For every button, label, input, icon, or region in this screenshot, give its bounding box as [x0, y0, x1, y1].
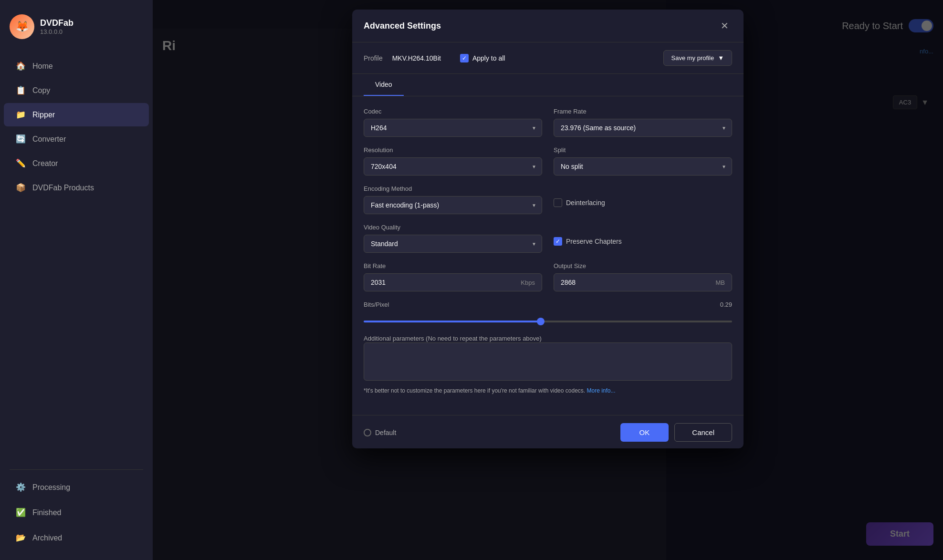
- sidebar-item-processing[interactable]: ⚙️ Processing: [4, 476, 149, 499]
- apply-all-checkbox-group: ✓ Apply to all: [460, 54, 505, 62]
- main-content: 🖥 ☰ — □ ✕ Ri nfo... Ready to Start AC3 ▼…: [153, 0, 943, 560]
- encoding-select-wrapper: Fast encoding (1-pass) High quality (2-p…: [364, 196, 542, 214]
- default-label: Default: [375, 429, 396, 436]
- profile-bar: Profile MKV.H264.10Bit ✓ Apply to all Sa…: [352, 42, 744, 74]
- quality-preserve-row: Video Quality Standard High Low: [364, 224, 732, 253]
- sidebar-item-label-home: Home: [32, 62, 53, 71]
- app-logo-icon: 🦊: [10, 14, 34, 39]
- apply-all-checkbox[interactable]: ✓: [460, 54, 469, 62]
- sidebar-item-label-ripper: Ripper: [32, 111, 55, 119]
- sidebar-divider: [10, 469, 143, 470]
- sidebar-item-creator[interactable]: ✏️ Creator: [4, 152, 149, 175]
- frame-rate-group: Frame Rate 23.976 (Same as source) 24 25…: [554, 108, 732, 137]
- apply-all-label: Apply to all: [472, 54, 505, 62]
- save-profile-button[interactable]: Save my profile ▼: [663, 50, 732, 66]
- profile-name: MKV.H264.10Bit: [392, 54, 441, 62]
- profile-label: Profile: [364, 54, 383, 62]
- sidebar: 🦊 DVDFab 13.0.0.0 🏠 Home 📋 Copy 📁 Ripper…: [0, 0, 153, 560]
- chevron-down-icon-save: ▼: [718, 54, 724, 62]
- split-group: Split No split By size By time: [554, 146, 732, 176]
- resolution-select-wrapper: 720x404 1280x720 1920x1080: [364, 157, 542, 176]
- warning-text: *It's better not to customize the parame…: [364, 387, 585, 394]
- creator-icon: ✏️: [15, 158, 26, 168]
- sidebar-item-home[interactable]: 🏠 Home: [4, 54, 149, 78]
- advanced-settings-dialog: Advanced Settings ✕ Profile MKV.H264.10B…: [352, 10, 744, 448]
- output-size-group: Output Size MB: [554, 262, 732, 291]
- output-size-input[interactable]: [554, 274, 709, 291]
- codec-select[interactable]: H264 H265 MPEG4: [364, 119, 542, 137]
- sidebar-item-label-dvdfab: DVDFab Products: [32, 184, 94, 192]
- archived-icon: 📂: [15, 533, 26, 543]
- codec-label: Codec: [364, 108, 542, 115]
- deinterlacing-checkbox[interactable]: [554, 198, 562, 207]
- frame-rate-select[interactable]: 23.976 (Same as source) 24 25 29.97: [554, 119, 732, 137]
- video-quality-label: Video Quality: [364, 224, 542, 231]
- dialog-header: Advanced Settings ✕: [352, 10, 744, 42]
- app-name: DVDFab: [40, 18, 73, 28]
- bits-pixel-row: Bits/Pixel 0.29: [364, 301, 732, 324]
- dialog-body: Codec H264 H265 MPEG4 Frame Rate: [352, 96, 744, 415]
- save-profile-label: Save my profile: [671, 54, 714, 62]
- sidebar-item-archived[interactable]: 📂 Archived: [4, 526, 149, 550]
- sidebar-item-ripper[interactable]: 📁 Ripper: [4, 103, 149, 126]
- slider-label-row: Bits/Pixel 0.29: [364, 301, 732, 312]
- modal-overlay: Advanced Settings ✕ Profile MKV.H264.10B…: [153, 0, 943, 560]
- converter-icon: 🔄: [15, 134, 26, 144]
- resolution-label: Resolution: [364, 146, 542, 154]
- warning-text-area: *It's better not to customize the parame…: [364, 387, 732, 394]
- footer-action-buttons: OK Cancel: [620, 423, 732, 442]
- split-select[interactable]: No split By size By time: [554, 157, 732, 176]
- preserve-chapters-checkbox[interactable]: ✓: [554, 237, 562, 246]
- frame-rate-label: Frame Rate: [554, 108, 732, 115]
- split-select-wrapper: No split By size By time: [554, 157, 732, 176]
- copy-icon: 📋: [15, 85, 26, 95]
- dialog-title: Advanced Settings: [364, 21, 441, 31]
- split-label: Split: [554, 146, 732, 154]
- more-info-link-dialog[interactable]: More info...: [587, 387, 615, 394]
- logo-area: 🦊 DVDFab 13.0.0.0: [0, 10, 153, 53]
- sidebar-item-label-creator: Creator: [32, 159, 58, 168]
- codec-select-wrapper: H264 H265 MPEG4: [364, 119, 542, 137]
- bit-rate-unit: Kbps: [514, 274, 542, 291]
- processing-icon: ⚙️: [15, 482, 26, 492]
- sidebar-item-converter[interactable]: 🔄 Converter: [4, 127, 149, 151]
- preserve-chapters-group: ✓ Preserve Chapters: [554, 224, 732, 253]
- resolution-select[interactable]: 720x404 1280x720 1920x1080: [364, 157, 542, 176]
- sidebar-item-label-copy: Copy: [32, 86, 50, 95]
- bit-rate-input[interactable]: [364, 274, 514, 291]
- dvdfab-products-icon: 📦: [15, 183, 26, 193]
- logo-text: DVDFab 13.0.0.0: [40, 18, 73, 35]
- encoding-select[interactable]: Fast encoding (1-pass) High quality (2-p…: [364, 196, 542, 214]
- dialog-close-button[interactable]: ✕: [717, 18, 732, 33]
- output-size-unit: MB: [709, 274, 732, 291]
- video-quality-group: Video Quality Standard High Low: [364, 224, 542, 253]
- bits-pixel-slider[interactable]: [364, 321, 732, 322]
- deinterlacing-label: Deinterlacing: [566, 199, 605, 207]
- sidebar-nav: 🏠 Home 📋 Copy 📁 Ripper 🔄 Converter ✏️ Cr…: [0, 53, 153, 465]
- app-version: 13.0.0.0: [40, 28, 73, 35]
- additional-params-textarea[interactable]: [364, 342, 732, 381]
- encoding-method-label: Encoding Method: [364, 185, 542, 192]
- output-size-label: Output Size: [554, 262, 732, 270]
- sidebar-item-label-processing: Processing: [32, 483, 70, 492]
- finished-icon: ✅: [15, 508, 26, 518]
- sidebar-item-finished[interactable]: ✅ Finished: [4, 501, 149, 524]
- default-radio-icon: [364, 429, 371, 436]
- sidebar-item-dvdfab-products[interactable]: 📦 DVDFab Products: [4, 176, 149, 199]
- sidebar-item-label-finished: Finished: [32, 508, 61, 517]
- default-button[interactable]: Default: [364, 429, 396, 436]
- ok-button[interactable]: OK: [620, 423, 669, 442]
- bits-pixel-label: Bits/Pixel: [364, 301, 389, 308]
- encoding-method-group: Encoding Method Fast encoding (1-pass) H…: [364, 185, 542, 214]
- bits-pixel-value: 0.29: [720, 301, 732, 312]
- codec-group: Codec H264 H265 MPEG4: [364, 108, 542, 137]
- codec-framerate-row: Codec H264 H265 MPEG4 Frame Rate: [364, 108, 732, 137]
- additional-params-label: Additional parameters (No need to repeat…: [364, 335, 542, 342]
- quality-select[interactable]: Standard High Low: [364, 235, 542, 253]
- additional-params-group: Additional parameters (No need to repeat…: [364, 334, 732, 387]
- sidebar-item-copy[interactable]: 📋 Copy: [4, 79, 149, 102]
- cancel-button[interactable]: Cancel: [674, 423, 732, 442]
- tab-video[interactable]: Video: [364, 74, 404, 96]
- bit-rate-input-group: Kbps: [364, 273, 542, 291]
- home-icon: 🏠: [15, 61, 26, 71]
